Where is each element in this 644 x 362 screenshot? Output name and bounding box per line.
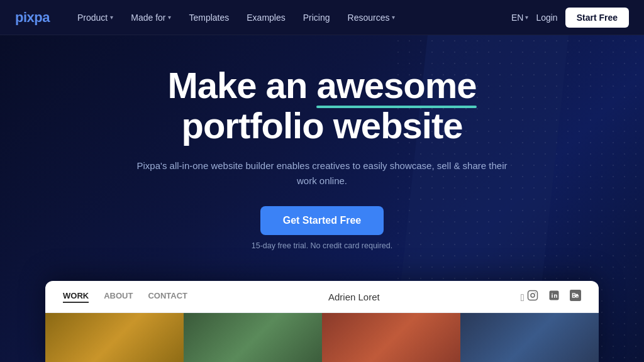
hero-title: Make an awesome portfolio website xyxy=(167,65,476,146)
chevron-down-icon: ▾ xyxy=(110,14,113,21)
chevron-down-icon: ▾ xyxy=(392,14,395,21)
portfolio-tabs: WORK ABOUT CONTACT xyxy=(63,291,187,303)
gallery-item-3 xyxy=(322,313,460,362)
nav-product[interactable]: Product ▾ xyxy=(70,9,121,26)
tab-contact[interactable]: CONTACT xyxy=(148,291,187,303)
gallery-item-1 xyxy=(45,313,184,362)
svg-rect-0 xyxy=(528,291,538,300)
hero-section: Make an awesome portfolio website Pixpa'… xyxy=(0,35,644,362)
svg-point-2 xyxy=(535,292,536,293)
navbar: pixpa Product ▾ Made for ▾ Templates Exa… xyxy=(0,0,644,35)
nav-made-for[interactable]: Made for ▾ xyxy=(123,9,179,26)
get-started-button[interactable]: Get Started Free xyxy=(260,206,384,235)
nav-examples[interactable]: Examples xyxy=(239,9,292,26)
cta-note: 15-day free trial. No credit card requir… xyxy=(252,241,392,250)
login-button[interactable]: Login xyxy=(536,13,557,23)
portfolio-gallery xyxy=(45,313,599,362)
svg-point-1 xyxy=(531,293,535,297)
nav-links: Product ▾ Made for ▾ Templates Examples … xyxy=(70,9,511,26)
gallery-item-2 xyxy=(184,313,322,362)
tab-work[interactable]: WORK xyxy=(63,291,89,303)
hero-underline-word: awesome xyxy=(316,65,476,106)
start-free-button[interactable]: Start Free xyxy=(565,8,629,28)
behance-icon[interactable] xyxy=(570,290,581,304)
logo[interactable]: pixpa xyxy=(15,9,50,26)
gallery-item-4 xyxy=(460,313,599,362)
nav-right: EN ▾ Login Start Free xyxy=(511,8,629,28)
portfolio-header: WORK ABOUT CONTACT Adrien Loret  xyxy=(45,281,599,313)
linkedin-icon[interactable] xyxy=(548,290,560,304)
instagram-icon[interactable]:  xyxy=(521,290,538,304)
nav-resources[interactable]: Resources ▾ xyxy=(340,9,403,26)
language-selector[interactable]: EN ▾ xyxy=(511,13,528,23)
portfolio-social-icons:  xyxy=(521,290,581,304)
nav-templates[interactable]: Templates xyxy=(181,9,236,26)
chevron-down-icon: ▾ xyxy=(525,14,528,21)
nav-pricing[interactable]: Pricing xyxy=(296,9,338,26)
logo-text: pixpa xyxy=(15,9,50,25)
tab-about[interactable]: ABOUT xyxy=(104,291,133,303)
portfolio-author-name: Adrien Loret xyxy=(328,292,380,302)
chevron-down-icon: ▾ xyxy=(168,14,171,21)
portfolio-preview-card: WORK ABOUT CONTACT Adrien Loret  xyxy=(45,281,599,362)
hero-subtitle: Pixpa's all-in-one website builder enabl… xyxy=(133,158,511,189)
